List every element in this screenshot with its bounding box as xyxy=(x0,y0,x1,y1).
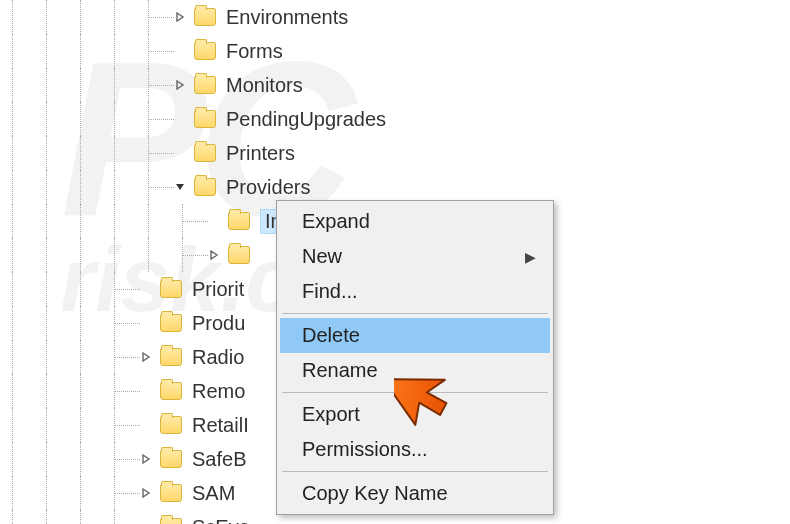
tree-item[interactable]: Providers xyxy=(0,170,790,204)
folder-icon xyxy=(160,518,182,524)
menu-item-new[interactable]: New▶ xyxy=(280,239,550,274)
folder-icon xyxy=(194,42,216,60)
menu-separator xyxy=(282,392,548,393)
menu-item-label: Permissions... xyxy=(302,438,428,461)
tree-item-label: Providers xyxy=(226,176,310,199)
folder-icon xyxy=(228,212,250,230)
menu-item-copy-key-name[interactable]: Copy Key Name xyxy=(280,476,550,511)
folder-icon xyxy=(160,382,182,400)
folder-icon xyxy=(194,8,216,26)
tree-item-label: RetailI xyxy=(192,414,249,437)
tree-item-label: Produ xyxy=(192,312,245,335)
menu-item-find-[interactable]: Find... xyxy=(280,274,550,309)
menu-item-label: Delete xyxy=(302,324,360,347)
folder-icon xyxy=(160,450,182,468)
menu-item-label: Export xyxy=(302,403,360,426)
folder-icon xyxy=(194,76,216,94)
menu-item-rename[interactable]: Rename xyxy=(280,353,550,388)
folder-icon xyxy=(160,416,182,434)
folder-icon xyxy=(194,178,216,196)
folder-icon xyxy=(160,484,182,502)
tree-item[interactable]: Environments xyxy=(0,0,790,34)
menu-separator xyxy=(282,471,548,472)
tree-item[interactable]: Forms xyxy=(0,34,790,68)
tree-item-label: Priorit xyxy=(192,278,244,301)
tree-item[interactable]: Monitors xyxy=(0,68,790,102)
context-menu[interactable]: ExpandNew▶Find...DeleteRenameExportPermi… xyxy=(276,200,554,515)
tree-item[interactable]: Printers xyxy=(0,136,790,170)
tree-item-label: Environments xyxy=(226,6,348,29)
menu-separator xyxy=(282,313,548,314)
tree-item-label: Remo xyxy=(192,380,245,403)
menu-item-expand[interactable]: Expand xyxy=(280,204,550,239)
menu-item-delete[interactable]: Delete xyxy=(280,318,550,353)
menu-item-permissions-[interactable]: Permissions... xyxy=(280,432,550,467)
tree-item-label: ScEve xyxy=(192,516,250,525)
tree-item[interactable]: PendingUpgrades xyxy=(0,102,790,136)
tree-item-label: Radio xyxy=(192,346,244,369)
folder-icon xyxy=(194,110,216,128)
menu-item-label: Rename xyxy=(302,359,378,382)
menu-item-label: Find... xyxy=(302,280,358,303)
chevron-right-icon: ▶ xyxy=(525,249,536,265)
tree-item-label: PendingUpgrades xyxy=(226,108,386,131)
menu-item-label: Copy Key Name xyxy=(302,482,448,505)
folder-icon xyxy=(160,314,182,332)
menu-item-label: New xyxy=(302,245,342,268)
tree-item-label: Printers xyxy=(226,142,295,165)
expander-spacer xyxy=(136,517,156,524)
folder-icon xyxy=(160,280,182,298)
menu-item-label: Expand xyxy=(302,210,370,233)
folder-icon xyxy=(160,348,182,366)
menu-item-export[interactable]: Export xyxy=(280,397,550,432)
folder-icon xyxy=(194,144,216,162)
tree-item-label: SafeB xyxy=(192,448,246,471)
tree-item-label: SAM xyxy=(192,482,235,505)
folder-icon xyxy=(228,246,250,264)
tree-item-label: Forms xyxy=(226,40,283,63)
tree-item-label: Monitors xyxy=(226,74,303,97)
